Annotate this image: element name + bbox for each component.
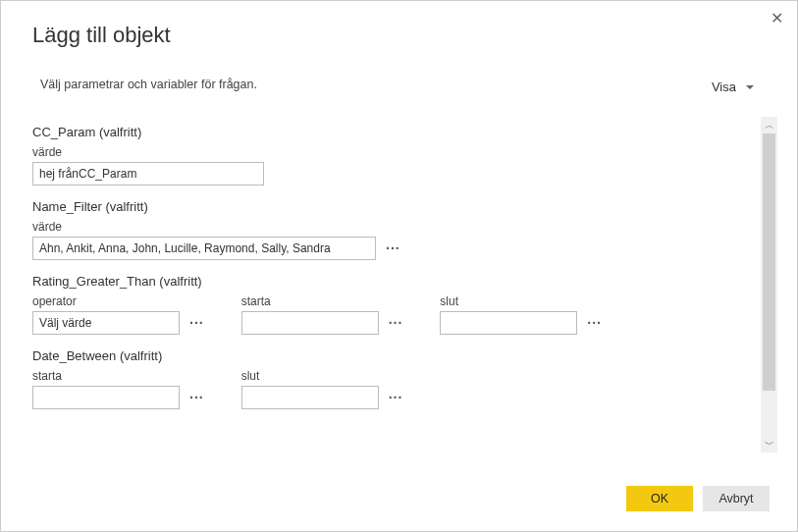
ellipsis-rating-start[interactable]: ··· [387, 315, 405, 331]
label-rating-operator: operator [32, 294, 206, 308]
input-rating-end[interactable] [440, 311, 577, 335]
scroll-thumb[interactable] [763, 133, 775, 391]
ellipsis-rating-operator[interactable]: ··· [187, 315, 206, 331]
section-title-rating-gt: Rating_Greater_Than (valfritt) [32, 274, 754, 289]
visa-label: Visa [712, 80, 736, 94]
cancel-button[interactable]: Avbryt [703, 486, 770, 511]
label-name-filter-value: värde [32, 220, 754, 234]
scrollbar[interactable]: ︿ ﹀ [761, 117, 777, 452]
section-rating-gt: Rating_Greater_Than (valfritt) operator … [32, 274, 754, 335]
close-icon[interactable]: ✕ [771, 11, 783, 27]
dialog-title: Lägg till objekt [1, 1, 797, 48]
ellipsis-date-end[interactable]: ··· [387, 390, 405, 405]
section-title-date-between: Date_Between (valfritt) [32, 348, 754, 363]
input-cc-param-value[interactable] [32, 162, 264, 186]
section-title-name-filter: Name_Filter (valfritt) [32, 199, 754, 214]
ellipsis-date-start[interactable]: ··· [187, 390, 206, 405]
scroll-track[interactable] [761, 133, 777, 436]
label-rating-end: slut [440, 294, 604, 308]
input-rating-operator[interactable] [32, 311, 180, 335]
ok-button[interactable]: OK [626, 486, 693, 511]
input-date-end[interactable] [241, 386, 379, 409]
input-name-filter-value[interactable] [32, 237, 376, 260]
scroll-up-icon[interactable]: ︿ [761, 117, 777, 133]
section-date-between: Date_Between (valfritt) starta ··· slut … [32, 348, 754, 409]
scroll-down-icon[interactable]: ﹀ [761, 436, 777, 452]
section-title-cc-param: CC_Param (valfritt) [32, 125, 754, 139]
section-name-filter: Name_Filter (valfritt) värde ··· [32, 199, 754, 260]
form-scroll-area: CC_Param (valfritt) värde Name_Filter (v… [32, 117, 754, 452]
ellipsis-rating-end[interactable]: ··· [585, 315, 604, 331]
section-cc-param: CC_Param (valfritt) värde [32, 125, 754, 186]
visa-dropdown[interactable]: Visa [712, 80, 754, 94]
label-cc-param-value: värde [32, 145, 754, 159]
chevron-down-icon [746, 85, 754, 89]
dialog: ✕ Lägg till objekt Visa Välj parametrar … [0, 0, 798, 532]
label-date-start: starta [32, 369, 206, 383]
label-rating-start: starta [241, 294, 405, 308]
dialog-footer: OK Avbryt [626, 486, 770, 511]
input-rating-start[interactable] [241, 311, 379, 335]
ellipsis-name-filter[interactable]: ··· [384, 240, 402, 256]
input-date-start[interactable] [32, 386, 180, 409]
label-date-end: slut [241, 369, 405, 383]
dialog-subtitle: Välj parametrar och variabler för frågan… [1, 48, 797, 91]
